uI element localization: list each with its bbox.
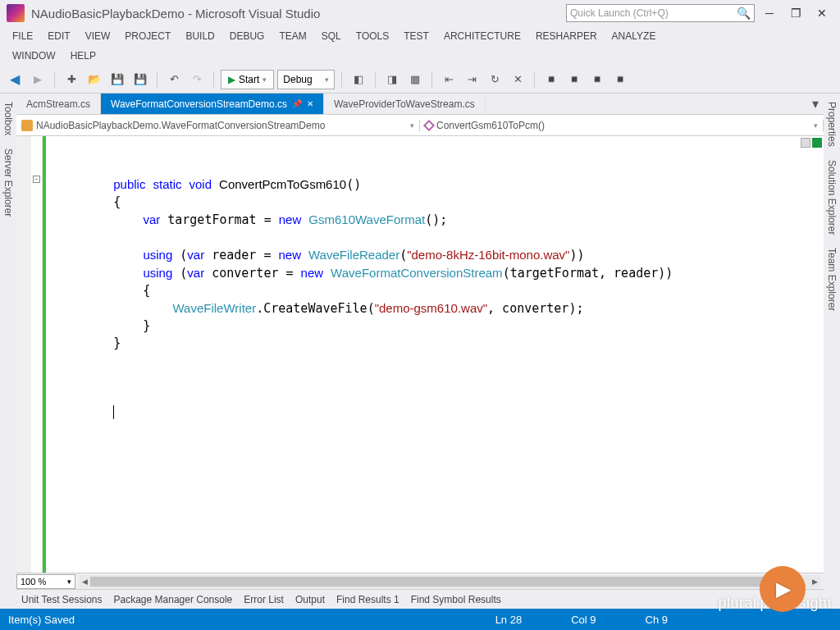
quick-launch-input[interactable]: Quick Launch (Ctrl+Q) 🔍 — [566, 4, 755, 22]
text-cursor — [113, 405, 114, 419]
tool-icon[interactable]: ◧ — [349, 70, 368, 89]
menu-bar: FILE EDIT VIEW PROJECT BUILD DEBUG TEAM … — [0, 26, 840, 46]
tab-waveformatconversion[interactable]: WaveFormatConversionStreamDemo.cs 📌 ✕ — [101, 94, 324, 114]
solution-explorer-tab[interactable]: Solution Explorer — [824, 155, 839, 240]
window-title: NAudioBasicPlaybackDemo - Microsoft Visu… — [31, 7, 320, 21]
find-results-tab[interactable]: Find Results 1 — [336, 594, 399, 605]
server-explorer-tab[interactable]: Server Explorer — [1, 144, 16, 221]
menu-view[interactable]: VIEW — [78, 29, 118, 43]
restore-button[interactable]: ❐ — [784, 4, 807, 22]
tab-overflow-button[interactable]: ▾ — [807, 94, 824, 114]
menu-help[interactable]: HELP — [63, 48, 103, 63]
menu-window[interactable]: WINDOW — [5, 48, 63, 63]
config-dropdown[interactable]: Debug ▾ — [277, 70, 335, 89]
separator — [341, 71, 342, 88]
status-col: Col 9 — [571, 614, 596, 626]
status-message: Item(s) Saved — [8, 614, 75, 626]
find-symbol-tab[interactable]: Find Symbol Results — [411, 594, 501, 605]
zoom-value: 100 % — [21, 577, 46, 587]
menu-bar-row2: WINDOW HELP — [0, 46, 840, 66]
scroll-left-button[interactable]: ◀ — [79, 575, 90, 588]
bookmark-icon[interactable]: ◾ — [541, 70, 561, 89]
properties-tab[interactable]: Properties — [824, 97, 839, 152]
separator — [534, 71, 535, 88]
chevron-down-icon: ▾ — [325, 75, 329, 84]
uncomment-icon[interactable]: ⇥ — [462, 70, 482, 89]
tool-icon[interactable]: ✕ — [508, 70, 527, 89]
quick-launch-placeholder: Quick Launch (Ctrl+Q) — [570, 7, 669, 19]
menu-architecture[interactable]: ARCHITECTURE — [436, 29, 528, 43]
menu-sql[interactable]: SQL — [314, 29, 349, 43]
nav-fwd-button[interactable]: ▶ — [28, 70, 48, 89]
nav-back-button[interactable]: ◀ — [5, 70, 25, 89]
collapse-toggle[interactable]: − — [33, 176, 40, 183]
main-area: Toolbox Server Explorer AcmStream.cs Wav… — [0, 94, 840, 609]
scroll-thumb[interactable] — [90, 577, 763, 587]
tool-icon[interactable]: ▦ — [405, 70, 425, 89]
code-area[interactable]: public static void ConvertPcmToGsm610() … — [46, 136, 824, 573]
code-editor[interactable]: − public static void ConvertPcmToGsm610(… — [16, 136, 824, 573]
output-tab[interactable]: Output — [295, 594, 325, 605]
chevron-down-icon: ▾ — [262, 75, 267, 84]
tool-icon[interactable]: ↻ — [485, 70, 504, 89]
left-side-tabs: Toolbox Server Explorer — [0, 94, 16, 609]
undo-icon[interactable]: ↶ — [164, 70, 184, 89]
menu-team[interactable]: TEAM — [272, 29, 313, 43]
package-manager-tab[interactable]: Package Manager Console — [114, 594, 233, 605]
menu-build[interactable]: BUILD — [178, 29, 221, 43]
pluralsight-watermark: pluralpluralsight — [718, 581, 832, 627]
open-icon[interactable]: 📂 — [84, 70, 104, 89]
start-label: Start — [239, 74, 259, 85]
menu-resharper[interactable]: RESHARPER — [528, 29, 605, 43]
bottom-tool-tabs: Unit Test Sessions Package Manager Conso… — [16, 589, 824, 609]
tool-icon[interactable]: ◨ — [382, 70, 402, 89]
menu-edit[interactable]: EDIT — [40, 29, 77, 43]
menu-debug[interactable]: DEBUG — [222, 29, 272, 43]
redo-icon[interactable]: ↷ — [187, 70, 207, 89]
team-explorer-tab[interactable]: Team Explorer — [824, 243, 839, 316]
chevron-down-icon: ▾ — [410, 121, 414, 130]
tab-label: WaveFormatConversionStreamDemo.cs — [111, 98, 287, 110]
error-list-tab[interactable]: Error List — [244, 594, 284, 605]
save-icon[interactable]: 💾 — [107, 70, 127, 89]
document-tabs: AcmStream.cs WaveFormatConversionStreamD… — [16, 94, 824, 115]
member-dropdown[interactable]: ConvertGsm610ToPcm() ▾ — [420, 120, 824, 131]
chevron-down-icon: ▾ — [814, 121, 818, 130]
status-ch: Ch 9 — [646, 614, 668, 626]
menu-file[interactable]: FILE — [5, 29, 40, 43]
zoom-dropdown[interactable]: 100 % ▾ — [16, 574, 75, 589]
start-button[interactable]: ▶ Start ▾ — [221, 70, 274, 89]
tab-acmstream[interactable]: AcmStream.cs — [16, 94, 101, 114]
tab-label: AcmStream.cs — [26, 98, 90, 110]
tab-waveprovider[interactable]: WaveProviderToWaveStream.cs — [324, 94, 486, 114]
tab-label: WaveProviderToWaveStream.cs — [334, 98, 475, 110]
scope-dropdown[interactable]: NAudioBasicPlaybackDemo.WaveFormatConver… — [16, 120, 420, 131]
menu-project[interactable]: PROJECT — [117, 29, 178, 43]
status-line: Ln 28 — [495, 614, 523, 626]
separator — [54, 71, 55, 88]
tool-icon[interactable]: ◾ — [564, 70, 584, 89]
separator — [213, 71, 214, 88]
tool-icon[interactable]: ◾ — [587, 70, 607, 89]
comment-icon[interactable]: ⇤ — [439, 70, 459, 89]
menu-test[interactable]: TEST — [396, 29, 436, 43]
horizontal-scrollbar[interactable]: ◀ ▶ — [79, 575, 820, 588]
close-icon[interactable]: ✕ — [307, 99, 313, 108]
right-side-tabs: Properties Solution Explorer Team Explor… — [824, 94, 840, 609]
breakpoint-margin[interactable] — [16, 136, 31, 573]
tool-icon[interactable]: ◾ — [610, 70, 630, 89]
health-indicator[interactable] — [812, 138, 822, 148]
close-button[interactable]: ✕ — [810, 4, 833, 22]
menu-tools[interactable]: TOOLS — [349, 29, 396, 43]
zoom-scroll-bar: 100 % ▾ ◀ ▶ — [16, 573, 824, 589]
save-all-icon[interactable]: 💾 — [130, 70, 150, 89]
unit-test-tab[interactable]: Unit Test Sessions — [21, 594, 103, 605]
minimize-button[interactable]: ─ — [758, 4, 781, 22]
outline-margin[interactable]: − — [31, 136, 43, 573]
split-handle[interactable] — [801, 138, 810, 148]
new-project-icon[interactable]: ✚ — [62, 70, 81, 89]
pin-icon[interactable]: 📌 — [292, 99, 302, 108]
separator — [375, 71, 376, 88]
toolbox-tab[interactable]: Toolbox — [1, 97, 16, 140]
menu-analyze[interactable]: ANALYZE — [605, 29, 664, 43]
